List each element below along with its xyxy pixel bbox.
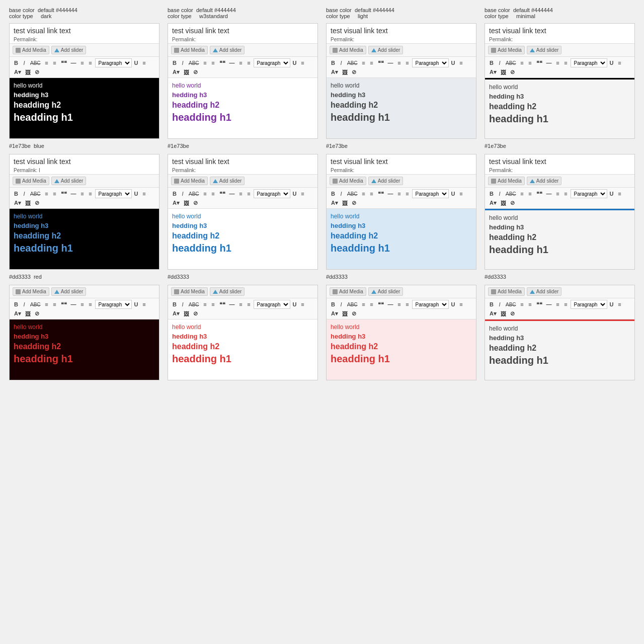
paragraph-select-w3[interactable]: Paragraph bbox=[254, 58, 290, 67]
ul-btn-minimal[interactable]: ≡ bbox=[519, 59, 526, 66]
justify-btn-light[interactable]: ≡ bbox=[458, 59, 465, 66]
link-btn[interactable]: ⊘ bbox=[33, 68, 41, 76]
red-base-label: #dd3333 bbox=[9, 274, 31, 280]
paragraph-select-wr[interactable]: Paragraph bbox=[254, 300, 290, 309]
add-media-button-mb[interactable]: Add Media bbox=[488, 177, 525, 185]
editor-content-light-default: hello world hedding h3 headding h2 headd… bbox=[327, 78, 476, 138]
quote-btn-minimal[interactable]: ❝❝ bbox=[535, 59, 544, 67]
add-media-button-light[interactable]: Add Media bbox=[330, 46, 366, 54]
underline-btn-minimal[interactable]: U bbox=[608, 59, 615, 66]
italic-btn-light[interactable]: I bbox=[338, 59, 345, 66]
add-media-button-dr[interactable]: Add Media bbox=[13, 287, 49, 296]
color-btn-light[interactable]: A▾ bbox=[330, 68, 340, 76]
row-red: Add Media Add slider B I ABC ≡ ≡ ❝❝ — ≡ … bbox=[5, 282, 639, 383]
justify-btn-minimal[interactable]: ≡ bbox=[616, 59, 623, 66]
ol-btn-minimal[interactable]: ≡ bbox=[527, 59, 534, 66]
add-slider-button-dr[interactable]: Add slider bbox=[51, 287, 86, 296]
add-media-button-wr[interactable]: Add Media bbox=[171, 287, 208, 296]
add-media-button-lb[interactable]: Add Media bbox=[330, 177, 366, 185]
italic-btn-db[interactable]: I bbox=[21, 190, 28, 197]
bold-btn[interactable]: B bbox=[13, 59, 20, 66]
strike-btn-light[interactable]: ABC bbox=[346, 60, 359, 66]
underline-btn-w3[interactable]: U bbox=[291, 59, 298, 66]
add-slider-button[interactable]: Add slider bbox=[51, 46, 86, 54]
color-btn-w3[interactable]: A▾ bbox=[171, 68, 181, 76]
paragraph-select-lb[interactable]: Paragraph bbox=[412, 189, 449, 198]
italic-btn-w3[interactable]: I bbox=[179, 59, 186, 66]
ul-btn[interactable]: ≡ bbox=[43, 59, 50, 66]
paragraph-select-minimal[interactable]: Paragraph bbox=[571, 58, 607, 67]
underline-btn-light[interactable]: U bbox=[450, 59, 457, 66]
bold-btn-w3[interactable]: B bbox=[171, 59, 178, 66]
link-btn-w3[interactable]: ⊘ bbox=[192, 68, 199, 76]
add-slider-button-mr[interactable]: Add slider bbox=[527, 287, 561, 296]
add-slider-button-minimal[interactable]: Add slider bbox=[527, 46, 561, 54]
add-slider-button-light[interactable]: Add slider bbox=[368, 46, 403, 54]
align2-btn-minimal[interactable]: ≡ bbox=[562, 59, 570, 66]
add-media-button-w3[interactable]: Add Media bbox=[171, 46, 208, 54]
quote-btn[interactable]: ❝❝ bbox=[59, 59, 68, 67]
align-btn-w3[interactable]: ≡ bbox=[237, 59, 245, 66]
add-slider-button-wr[interactable]: Add slider bbox=[210, 287, 245, 296]
link-btn-light[interactable]: ⊘ bbox=[350, 68, 358, 76]
ul-btn-light[interactable]: ≡ bbox=[360, 59, 367, 66]
paragraph-select[interactable]: Paragraph bbox=[95, 58, 132, 67]
justify-btn-w3[interactable]: ≡ bbox=[299, 59, 306, 66]
add-media-button-wb[interactable]: Add Media bbox=[171, 177, 208, 185]
quote-btn-w3[interactable]: ❝❝ bbox=[218, 59, 227, 67]
add-slider-button-w3[interactable]: Add slider bbox=[210, 46, 245, 54]
align-btn[interactable]: ≡ bbox=[79, 59, 86, 66]
hr-btn-light[interactable]: — bbox=[386, 59, 395, 66]
bold-btn-light[interactable]: B bbox=[330, 59, 337, 66]
img-btn-w3[interactable]: 🖼 bbox=[182, 69, 191, 76]
strike-btn-w3[interactable]: ABC bbox=[187, 60, 201, 66]
strike-btn[interactable]: ABC bbox=[29, 60, 42, 66]
img-btn[interactable]: 🖼 bbox=[24, 69, 32, 76]
paragraph-select-lr[interactable]: Paragraph bbox=[412, 300, 449, 309]
quote-btn-light[interactable]: ❝❝ bbox=[376, 59, 385, 67]
ol-btn-light[interactable]: ≡ bbox=[368, 59, 375, 66]
paragraph-select-dr[interactable]: Paragraph bbox=[95, 300, 132, 309]
editor-content-w3-red: hello world hedding h3 headding h2 headd… bbox=[168, 319, 317, 380]
add-slider-button-mb[interactable]: Add slider bbox=[527, 177, 561, 185]
align-btn-minimal[interactable]: ≡ bbox=[554, 59, 561, 66]
link-btn-minimal[interactable]: ⊘ bbox=[509, 68, 516, 76]
img-btn-minimal[interactable]: 🖼 bbox=[499, 69, 508, 76]
align2-btn-w3[interactable]: ≡ bbox=[246, 59, 253, 66]
paragraph-select-mb[interactable]: Paragraph bbox=[571, 189, 607, 198]
ol-btn[interactable]: ≡ bbox=[51, 59, 58, 66]
paragraph-select-wb[interactable]: Paragraph bbox=[254, 189, 290, 198]
paragraph-select-light[interactable]: Paragraph bbox=[412, 58, 449, 67]
ul-btn-w3[interactable]: ≡ bbox=[202, 59, 209, 66]
add-slider-button-lb[interactable]: Add slider bbox=[368, 177, 403, 185]
light-label: light bbox=[358, 13, 368, 19]
italic-btn[interactable]: I bbox=[21, 59, 28, 66]
strike-btn-minimal[interactable]: ABC bbox=[504, 60, 518, 66]
add-slider-button-wb[interactable]: Add slider bbox=[210, 177, 245, 185]
align2-btn-light[interactable]: ≡ bbox=[404, 59, 411, 66]
add-media-button-mr[interactable]: Add Media bbox=[488, 287, 525, 296]
bold-btn-db[interactable]: B bbox=[13, 190, 20, 197]
img-btn-light[interactable]: 🖼 bbox=[341, 69, 349, 76]
hr-btn-w3[interactable]: — bbox=[228, 59, 236, 66]
add-media-button-lr[interactable]: Add Media bbox=[330, 287, 366, 296]
strike-btn-db[interactable]: ABC bbox=[29, 191, 42, 197]
bold-btn-minimal[interactable]: B bbox=[488, 59, 495, 66]
add-media-button-db[interactable]: Add Media bbox=[13, 177, 49, 185]
align2-btn[interactable]: ≡ bbox=[87, 59, 94, 66]
add-media-button[interactable]: Add Media bbox=[13, 46, 49, 54]
add-slider-button-lr[interactable]: Add slider bbox=[368, 287, 403, 296]
color-btn-minimal[interactable]: A▾ bbox=[488, 68, 498, 76]
align-btn-light[interactable]: ≡ bbox=[396, 59, 403, 66]
color-btn[interactable]: A▾ bbox=[13, 68, 23, 76]
paragraph-select-mr[interactable]: Paragraph bbox=[571, 300, 607, 309]
paragraph-select-db[interactable]: Paragraph bbox=[95, 189, 132, 198]
add-slider-button-db[interactable]: Add slider bbox=[51, 177, 86, 185]
italic-btn-minimal[interactable]: I bbox=[496, 59, 503, 66]
ol-btn-w3[interactable]: ≡ bbox=[210, 59, 217, 66]
justify-btn[interactable]: ≡ bbox=[141, 59, 148, 66]
hr-btn-minimal[interactable]: — bbox=[545, 59, 553, 66]
hr-btn[interactable]: — bbox=[69, 59, 78, 66]
underline-btn[interactable]: U bbox=[133, 59, 140, 66]
add-media-button-minimal[interactable]: Add Media bbox=[488, 46, 525, 54]
